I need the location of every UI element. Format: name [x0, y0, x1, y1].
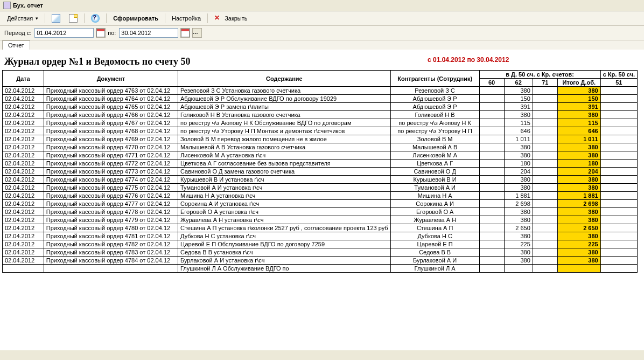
- cell-description: Лисенковой М А установка г\сч: [178, 151, 391, 160]
- col-header-counterparty: Контрагенты (Сотрудник): [390, 71, 479, 87]
- table-row[interactable]: 02.04.2012Приходный кассовый ордер 4776 …: [3, 192, 638, 200]
- table-row[interactable]: 02.04.2012Приходный кассовый ордер 4766 …: [3, 111, 638, 119]
- table-row[interactable]: 02.04.2012Приходный кассовый ордер 4764 …: [3, 95, 638, 103]
- table-row[interactable]: 02.04.2012Приходный кассовый ордер 4763 …: [3, 87, 638, 95]
- tab-report[interactable]: Отчет: [2, 40, 30, 50]
- toolbar-separator: [106, 13, 107, 23]
- cell-62: 380: [504, 151, 533, 160]
- table-row[interactable]: 02.04.2012Приходный кассовый ордер 4783 …: [3, 248, 638, 257]
- settings-button[interactable]: Настройка: [168, 13, 205, 23]
- cell-60: [479, 200, 504, 208]
- cell-60: [479, 192, 504, 200]
- cell-total: 380: [557, 176, 600, 184]
- col-group-debit: в Д. 50 сч. с Кр. счетов:: [479, 71, 600, 79]
- cell-62: 380: [504, 111, 533, 119]
- cell-counterparty: Савиновой О Д: [390, 168, 479, 176]
- settings-label: Настройка: [172, 15, 201, 22]
- close-button[interactable]: Закрыть: [211, 12, 251, 24]
- table-row[interactable]: 02.04.2012Приходный кассовый ордер 4774 …: [3, 176, 638, 184]
- new-doc-button[interactable]: [65, 12, 81, 24]
- help-icon: [91, 14, 100, 23]
- cell-71: [533, 257, 557, 265]
- table-row[interactable]: 02.04.2012Приходный кассовый ордер 4782 …: [3, 240, 638, 248]
- col-header-description: Содержание: [178, 71, 391, 87]
- cell-total: 1 011: [557, 135, 600, 143]
- cell-60: [479, 176, 504, 184]
- period-bar: Период с: по:: [0, 26, 644, 40]
- cell-document: Приходный кассовый ордер 4767 от 02.04.1…: [44, 119, 178, 127]
- cell-document: Приходный кассовый ордер 4768 от 02.04.1…: [44, 127, 178, 135]
- cell-counterparty: Седова В В: [390, 248, 479, 257]
- cell-71: [533, 119, 557, 127]
- cell-counterparty: Малышевой А В: [390, 143, 479, 151]
- table-row[interactable]: 02.04.2012Приходный кассовый ордер 4771 …: [3, 151, 638, 160]
- table-row[interactable]: 02.04.2012Приходный кассовый ордер 4772 …: [3, 160, 638, 168]
- cell-62: 380: [504, 248, 533, 257]
- cell-60: [479, 135, 504, 143]
- col-header-total: Итого Д.об.: [557, 79, 600, 87]
- cell-62: 391: [504, 103, 533, 111]
- cell-71: [533, 208, 557, 216]
- help-button[interactable]: [87, 12, 103, 24]
- cell-71: [533, 168, 557, 176]
- table-row[interactable]: 02.04.2012Приходный кассовый ордер 4775 …: [3, 184, 638, 192]
- table-row[interactable]: 02.04.2012Приходный кассовый ордер 4779 …: [3, 216, 638, 224]
- cell-71: [533, 87, 557, 95]
- cell-51: [600, 232, 637, 240]
- cell-description: Савиновой О Д замена газового счетчика: [178, 168, 391, 176]
- cell-description: Абдюшевой Э Р Обслуживание ВДГО по догов…: [178, 95, 391, 103]
- cell-60: [479, 111, 504, 119]
- cell-total: 1 881: [557, 192, 600, 200]
- cell-counterparty: Курышевой В И: [390, 176, 479, 184]
- cell-51: [600, 95, 637, 103]
- report-area[interactable]: Журнал ордер №1 и Ведомость по счету 50 …: [0, 50, 644, 350]
- date-from-calendar-button[interactable]: [96, 28, 106, 38]
- cell-51: [600, 151, 637, 160]
- table-row[interactable]: 02.04.2012Приходный кассовый ордер 4784 …: [3, 257, 638, 265]
- actions-menu[interactable]: Действия: [3, 13, 42, 23]
- table-row[interactable]: 02.04.2012Приходный кассовый ордер 4778 …: [3, 208, 638, 216]
- cell-62: 150: [504, 95, 533, 103]
- table-row[interactable]: 02.04.2012Приходный кассовый ордер 4780 …: [3, 224, 638, 232]
- table-row[interactable]: 02.04.2012Приходный кассовый ордер 4781 …: [3, 232, 638, 240]
- cell-71: [533, 265, 557, 273]
- cell-description: Курышевой В И установка г\сч: [178, 176, 391, 184]
- cell-date: 02.04.2012: [3, 208, 44, 216]
- table-row[interactable]: 02.04.2012Приходный кассовый ордер 4769 …: [3, 135, 638, 143]
- table-row[interactable]: 02.04.2012Приходный кассовый ордер 4773 …: [3, 168, 638, 176]
- cell-date: 02.04.2012: [3, 87, 44, 95]
- col-header-51: 51: [600, 79, 637, 87]
- cell-60: [479, 119, 504, 127]
- date-to-calendar-button[interactable]: [180, 28, 190, 38]
- cell-description: Мишина Н А установка г\сч: [178, 192, 391, 200]
- cell-description: Голиковой Н В Установка газового счетчик…: [178, 111, 391, 119]
- cell-62: 1 011: [504, 135, 533, 143]
- table-row[interactable]: 02.04.2012Приходный кассовый ордер 4770 …: [3, 143, 638, 151]
- period-picker-button[interactable]: [192, 28, 202, 38]
- cell-document: Приходный кассовый ордер 4778 от 02.04.1…: [44, 208, 178, 216]
- cell-51: [600, 248, 637, 257]
- cell-51: [600, 184, 637, 192]
- table-row[interactable]: 02.04.2012Приходный кассовый ордер 4768 …: [3, 127, 638, 135]
- cell-document: Приходный кассовый ордер 4781 от 02.04.1…: [44, 232, 178, 240]
- table-row[interactable]: 02.04.2012Приходный кассовый ордер 4765 …: [3, 103, 638, 111]
- table-row[interactable]: 02.04.2012Приходный кассовый ордер 4777 …: [3, 200, 638, 208]
- cell-document: Приходный кассовый ордер 4765 от 02.04.1…: [44, 103, 178, 111]
- dots-icon: [193, 29, 201, 37]
- cell-date: 02.04.2012: [3, 216, 44, 224]
- form-report-button[interactable]: Сформировать: [109, 13, 162, 23]
- send-button[interactable]: [48, 12, 64, 24]
- table-row[interactable]: Глушкиной Л А Обслуживание ВДГО поГлушки…: [3, 265, 638, 273]
- cell-document: Приходный кассовый ордер 4773 от 02.04.1…: [44, 168, 178, 176]
- table-row[interactable]: 02.04.2012Приходный кассовый ордер 4767 …: [3, 119, 638, 127]
- cell-60: [479, 184, 504, 192]
- cell-counterparty: Бурлаковой А И: [390, 257, 479, 265]
- cell-51: [600, 265, 637, 273]
- date-to-input[interactable]: [119, 28, 178, 38]
- window-title: Бух. отчет: [13, 2, 43, 9]
- date-from-input[interactable]: [34, 28, 94, 38]
- cell-counterparty: по реестру ч\з Уторову Н П: [390, 127, 479, 135]
- cell-51: [600, 168, 637, 176]
- cell-document: Приходный кассовый ордер 4766 от 02.04.1…: [44, 111, 178, 119]
- cell-71: [533, 160, 557, 168]
